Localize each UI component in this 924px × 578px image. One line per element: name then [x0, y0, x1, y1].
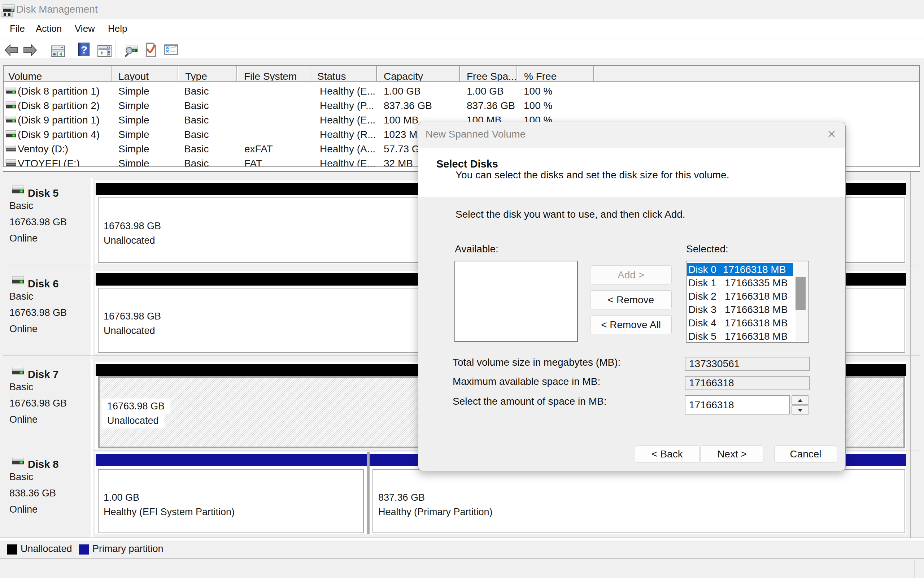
svg-text:?: ? [81, 44, 88, 55]
